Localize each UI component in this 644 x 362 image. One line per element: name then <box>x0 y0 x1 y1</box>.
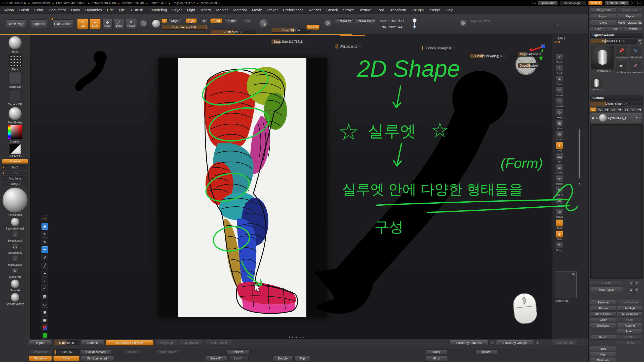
tray-collapse-arrow[interactable]: ◄ <box>578 182 581 186</box>
menu-zplugin[interactable]: Zplugin <box>411 8 424 12</box>
strip-polyf[interactable]: ▥PolyF <box>556 197 563 207</box>
paste-tool-button[interactable]: Paste Tool <box>617 8 643 13</box>
append-button[interactable]: Append <box>617 323 643 328</box>
see-through-slider[interactable]: See-through 0 <box>560 1 586 5</box>
subtool-header[interactable]: Subtool <box>590 96 643 101</box>
subtool-down-button[interactable]: ▼ <box>634 281 639 285</box>
subtool-eye-icon[interactable]: ◉ <box>592 116 594 120</box>
del-all-button[interactable]: Del All <box>617 340 643 345</box>
quicksave-button[interactable]: QuickSave <box>538 1 558 5</box>
subtool-tab-v3[interactable]: V3 <box>603 107 610 112</box>
menu-j-modeling[interactable]: J-Modeling <box>148 8 167 12</box>
goz-all-button[interactable]: All <box>607 26 623 31</box>
split-screen-button-2[interactable]: Split Screen <box>155 349 181 355</box>
scale-button[interactable]: ⤢Scale <box>113 19 124 29</box>
menu-document[interactable]: Document <box>49 8 66 12</box>
pen-icon[interactable]: ✏ <box>42 246 48 253</box>
menu-texture[interactable]: Texture <box>359 8 372 12</box>
import-button[interactable]: Import <box>590 14 616 19</box>
subtool-list-icon[interactable]: ≣ <box>635 117 637 119</box>
export-button[interactable]: Export <box>617 14 643 19</box>
strip-ghost[interactable]: ◌Ghost <box>556 219 563 229</box>
tool-slider[interactable]: Cylinder3D_1. 33 <box>590 39 637 44</box>
import-fiber-button[interactable]: Import <box>29 340 52 345</box>
copy-tool-button[interactable]: Copy Tool <box>590 8 616 13</box>
deep-shadow-slider[interactable]: DeepShadow <box>518 63 539 68</box>
projectall-button[interactable]: ProjectAll <box>29 349 52 355</box>
trash-icon[interactable]: ▦ <box>42 293 48 300</box>
lazyradius-button[interactable]: LazyRadius <box>179 340 204 345</box>
subtool-tab-v8[interactable]: V8 <box>637 107 643 112</box>
rotate-button[interactable]: ⟳Rotate <box>125 19 137 29</box>
dynamic-button[interactable]: Dynamic <box>306 25 319 30</box>
lightbox-tools-header[interactable]: Lightbox▸Tools <box>590 33 643 38</box>
strip-xyz[interactable]: xyzxyz <box>556 153 563 163</box>
edit-button[interactable]: ✎Edit <box>77 19 88 29</box>
clone-button[interactable]: Clone <box>590 20 616 25</box>
quickpick-alphabrush[interactable]: ✎ AlphaBrush <box>630 46 643 59</box>
storemt-button[interactable]: StoreMT <box>205 356 227 361</box>
zsub-button[interactable]: Zsub <box>225 18 237 23</box>
sidebar-item-selectrect[interactable]: ▭SelectRect <box>0 243 30 254</box>
inflate-button[interactable]: Inflate <box>475 349 497 355</box>
min-connected-button[interactable]: Min Connected I <box>81 356 114 361</box>
mrgb-button[interactable]: Mrgb <box>169 18 181 23</box>
folder-down-button[interactable]: ▼ <box>634 287 639 292</box>
autoreorder-button[interactable]: AutoReorder <box>617 300 643 305</box>
menu-transform[interactable]: Transform <box>389 8 406 12</box>
menu-movie[interactable]: Movie <box>252 8 262 12</box>
backfacemask-button[interactable]: BackfaceMask <box>81 349 111 355</box>
strip-qxyz[interactable]: SQxyz <box>556 142 563 152</box>
subtool-tab-v6[interactable]: V6 <box>623 107 629 112</box>
goz-button[interactable]: GoZ <box>590 26 606 31</box>
sidebar-fillobject-slider[interactable]: FillObject <box>2 182 28 186</box>
sidebar-item-smoothvalleys[interactable]: SmoothValleys <box>0 293 30 305</box>
subtool-up-button[interactable]: ▲ <box>629 281 633 285</box>
strip-zoom[interactable]: ⊕Zoom <box>556 76 563 85</box>
goz-visible-button[interactable]: Visible <box>624 26 643 31</box>
sidebar-item-selectlasso[interactable]: ◌SelectLasso <box>0 231 30 242</box>
strip-brush[interactable]: ✐Brush <box>556 54 563 63</box>
all-high-button[interactable]: All High <box>617 306 643 311</box>
draw-button[interactable]: ✏Draw <box>90 19 101 29</box>
subtool-item[interactable]: ◉ ✎ Cylinder3D_1 ≣ ⬚ <box>590 113 643 123</box>
lightbox-button[interactable]: LightBox <box>31 19 47 28</box>
subtool-tab-v5[interactable]: V5 <box>617 107 623 112</box>
replay-last-button[interactable]: ReplayLast <box>335 18 354 23</box>
polish-by-groups-button[interactable]: Polish By Groups <box>496 340 534 345</box>
adjust-last-slider[interactable]: AdjustLast 1 <box>335 44 362 49</box>
subtool-tab-v7[interactable]: V7 <box>630 107 636 112</box>
home-page-button[interactable]: Home Page <box>6 19 26 28</box>
focal-shift-slider[interactable]: Focal Shift 57 <box>271 28 311 33</box>
sidebar-blur-0-slider[interactable]: Blur 0 <box>2 165 28 169</box>
sidebar-item-basicmaterialb[interactable]: BasicMaterialB <box>0 217 30 230</box>
quickpick-anatomy[interactable]: 📌 J Anatomy Step-1 <box>616 46 629 59</box>
split-hidden-button[interactable]: Split Hidden <box>205 340 232 345</box>
rgb-intensity-slider[interactable]: Rgb Intensity 100 <box>162 25 207 30</box>
zadd-button[interactable]: Zadd <box>210 18 222 23</box>
menu-material[interactable]: Material <box>233 8 247 12</box>
dist-slider[interactable]: Dist 0.02 <box>53 349 79 355</box>
strip-rotate[interactable]: ⟳Rotate <box>556 175 563 185</box>
menu-color[interactable]: Color <box>34 8 44 12</box>
unify-button[interactable]: Unify <box>426 349 447 355</box>
pencil-icon[interactable]: ✐ <box>42 254 48 261</box>
gravity-strength-slider[interactable]: Gravity Strength 0 <box>422 46 455 51</box>
pen-pointer-icon[interactable]: ✑ <box>42 215 48 222</box>
rgb-button[interactable]: Rgb <box>186 18 197 23</box>
paste-button[interactable]: Paste <box>617 317 643 322</box>
sidebar-item-masklasso[interactable]: ◌MaskLasso <box>0 255 30 266</box>
timeline-scrubber[interactable]: ◄◄ ▲ ►► <box>288 336 305 338</box>
polish-groups-toggle[interactable]: ● <box>535 341 539 345</box>
shelf-overflow-icon[interactable]: ⋮ <box>556 21 560 25</box>
align-button[interactable]: Align <box>590 352 616 357</box>
delete-button[interactable]: Delete <box>123 349 141 355</box>
strip-frame[interactable]: ⊡Frame <box>556 164 563 174</box>
del-other-button[interactable]: Del Other <box>617 335 643 340</box>
subtool-tab-v4[interactable]: V4 <box>610 107 616 112</box>
strip-transp[interactable]: ◍Transp <box>556 208 563 218</box>
strip-aahalf[interactable]: ½AAHalf <box>556 98 563 108</box>
zcut-button[interactable]: Zcut <box>242 18 252 23</box>
menu-macro[interactable]: Macro <box>200 8 211 12</box>
menu-render[interactable]: Render <box>309 8 321 12</box>
